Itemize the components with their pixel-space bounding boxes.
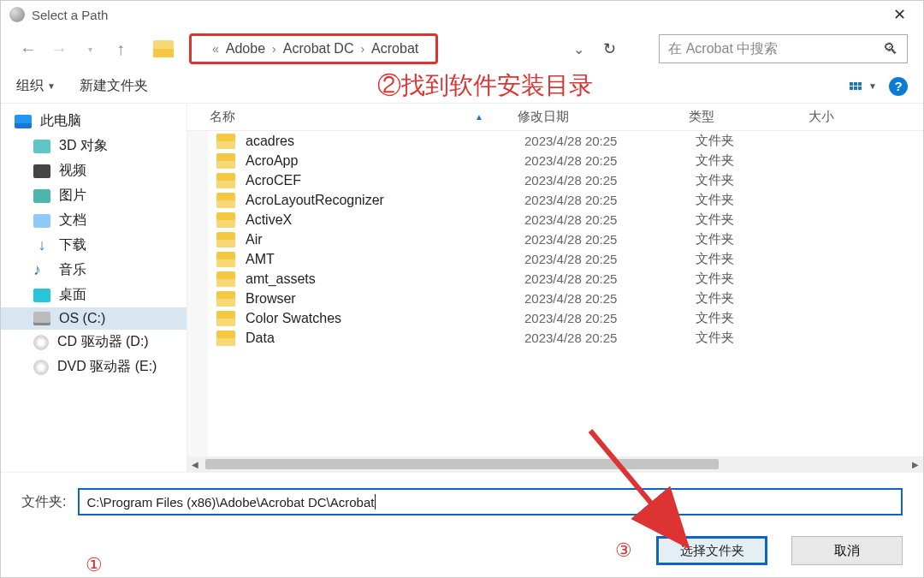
crumb-prefix: « [209, 42, 222, 56]
sidebar-item-label: 图片 [59, 187, 86, 205]
file-name: acadres [246, 134, 524, 149]
recent-dropdown[interactable]: ▾ [78, 37, 102, 61]
sidebar-item-4[interactable]: 文档 [1, 208, 187, 233]
new-folder-button[interactable]: 新建文件夹 [80, 77, 148, 95]
file-date: 2023/4/28 20:25 [524, 232, 696, 247]
file-row[interactable]: ActiveX2023/4/28 20:25文件夹 [187, 210, 923, 229]
scroll-left-icon[interactable]: ◀ [187, 460, 203, 469]
close-button[interactable]: ✕ [885, 2, 915, 27]
footer: 文件夹: C:\Program Files (x86)\Adobe\Acroba… [1, 472, 923, 577]
crumb-2[interactable]: Acrobat [368, 41, 422, 57]
folder-icon [216, 212, 235, 228]
file-row[interactable]: acadres2023/4/28 20:25文件夹 [187, 131, 923, 151]
file-row[interactable]: AcroCEF2023/4/28 20:25文件夹 [187, 170, 923, 190]
file-type: 文件夹 [696, 133, 815, 149]
scroll-right-icon[interactable]: ▶ [908, 460, 923, 469]
file-row[interactable]: Data2023/4/28 20:25文件夹 [187, 328, 923, 348]
search-icon: 🔍︎ [883, 40, 898, 58]
file-name: AcroCEF [246, 173, 524, 188]
col-size[interactable]: 大小 [808, 109, 923, 125]
file-list[interactable]: acadres2023/4/28 20:25文件夹AcroApp2023/4/2… [187, 131, 923, 456]
file-date: 2023/4/28 20:25 [524, 271, 696, 286]
file-row[interactable]: AMT2023/4/28 20:25文件夹 [187, 249, 923, 269]
scroll-thumb[interactable] [205, 459, 719, 469]
file-type: 文件夹 [696, 251, 815, 267]
back-button[interactable]: ← [16, 37, 40, 61]
refresh-button[interactable]: ↻ [591, 36, 628, 62]
title-bar: Select a Path ✕ [1, 1, 923, 28]
cancel-button[interactable]: 取消 [791, 536, 903, 565]
sidebar-item-label: 此电脑 [40, 112, 81, 130]
folder-icon [216, 271, 235, 287]
file-row[interactable]: Air2023/4/28 20:25文件夹 [187, 229, 923, 249]
search-input[interactable]: 在 Acrobat 中搜索 🔍︎ [659, 34, 908, 63]
folder-icon [216, 173, 235, 188]
file-name: Air [246, 232, 524, 247]
file-name: Color Swatches [246, 311, 524, 326]
file-date: 2023/4/28 20:25 [524, 134, 696, 148]
scroll-gutter [187, 131, 208, 456]
sidebar-item-10[interactable]: DVD 驱动器 (E:) [1, 355, 187, 379]
file-type: 文件夹 [696, 330, 815, 346]
annotation-1: ① [86, 554, 103, 576]
file-date: 2023/4/28 20:25 [524, 252, 696, 266]
sidebar-item-label: 文档 [59, 212, 86, 229]
breadcrumb-dropdown[interactable]: ⌄ [573, 41, 584, 57]
file-name: AMT [246, 252, 524, 267]
breadcrumb-highlight: « Adobe › Acrobat DC › Acrobat [189, 33, 438, 64]
file-date: 2023/4/28 20:25 [524, 153, 696, 168]
file-row[interactable]: Browser2023/4/28 20:25文件夹 [187, 289, 923, 308]
file-row[interactable]: AcroApp2023/4/28 20:25文件夹 [187, 151, 923, 170]
organize-button[interactable]: 组织▼ [16, 77, 56, 95]
sidebar-item-1[interactable]: 3D 对象 [1, 134, 187, 158]
file-date: 2023/4/28 20:25 [524, 212, 696, 227]
ico-cd-icon [33, 335, 49, 350]
crumb-1[interactable]: Acrobat DC [280, 41, 358, 57]
path-input[interactable]: C:\Program Files (x86)\Adobe\Acrobat DC\… [78, 488, 903, 515]
folder-icon [153, 40, 174, 57]
file-date: 2023/4/28 20:25 [524, 291, 696, 306]
help-button[interactable]: ? [889, 77, 908, 96]
ico-dl-icon: ↓ [33, 239, 50, 253]
folder-icon [216, 291, 235, 307]
sidebar-item-label: DVD 驱动器 (E:) [57, 358, 157, 376]
sidebar-item-2[interactable]: 视频 [1, 158, 187, 183]
file-row[interactable]: amt_assets2023/4/28 20:25文件夹 [187, 269, 923, 289]
sidebar-item-3[interactable]: 图片 [1, 183, 187, 208]
up-button[interactable]: ↑ [109, 37, 133, 61]
forward-button[interactable]: → [47, 37, 71, 61]
sidebar-item-9[interactable]: CD 驱动器 (D:) [1, 330, 187, 355]
file-date: 2023/4/28 20:25 [524, 311, 696, 325]
sidebar-item-7[interactable]: 桌面 [1, 283, 187, 307]
sidebar-item-5[interactable]: ↓下载 [1, 233, 187, 258]
search-placeholder: 在 Acrobat 中搜索 [668, 40, 778, 58]
sidebar-item-6[interactable]: ♪音乐 [1, 258, 187, 283]
folder-icon [216, 311, 235, 326]
crumb-0[interactable]: Adobe [222, 41, 269, 57]
path-label: 文件夹: [21, 493, 66, 511]
col-date[interactable]: 修改日期 [518, 109, 689, 125]
sidebar-item-8[interactable]: OS (C:) [1, 307, 187, 330]
ico-3d-icon [33, 140, 50, 153]
h-scrollbar[interactable]: ◀ ▶ [187, 456, 923, 472]
ico-desk-icon [33, 289, 50, 302]
col-type[interactable]: 类型 [689, 109, 808, 125]
file-type: 文件夹 [696, 152, 815, 169]
select-folder-button[interactable]: 选择文件夹 [656, 536, 767, 565]
file-row[interactable]: Color Swatches2023/4/28 20:25文件夹 [187, 308, 923, 328]
view-mode-button[interactable]: ▼ [850, 81, 877, 91]
sidebar-item-label: OS (C:) [59, 311, 105, 326]
ico-drive-icon [33, 312, 50, 325]
file-row[interactable]: AcroLayoutRecognizer2023/4/28 20:25文件夹 [187, 190, 923, 210]
col-name[interactable]: 名称▲ [210, 109, 518, 125]
file-type: 文件夹 [696, 290, 815, 307]
file-name: ActiveX [246, 212, 524, 228]
sidebar-item-0[interactable]: 此电脑 [1, 109, 187, 134]
file-type: 文件夹 [696, 172, 815, 188]
chevron-down-icon: ▼ [868, 81, 877, 91]
file-type: 文件夹 [696, 231, 815, 247]
sidebar-item-label: 下载 [59, 236, 86, 254]
caret-icon [375, 494, 376, 509]
folder-icon [216, 153, 235, 169]
file-date: 2023/4/28 20:25 [524, 331, 696, 345]
